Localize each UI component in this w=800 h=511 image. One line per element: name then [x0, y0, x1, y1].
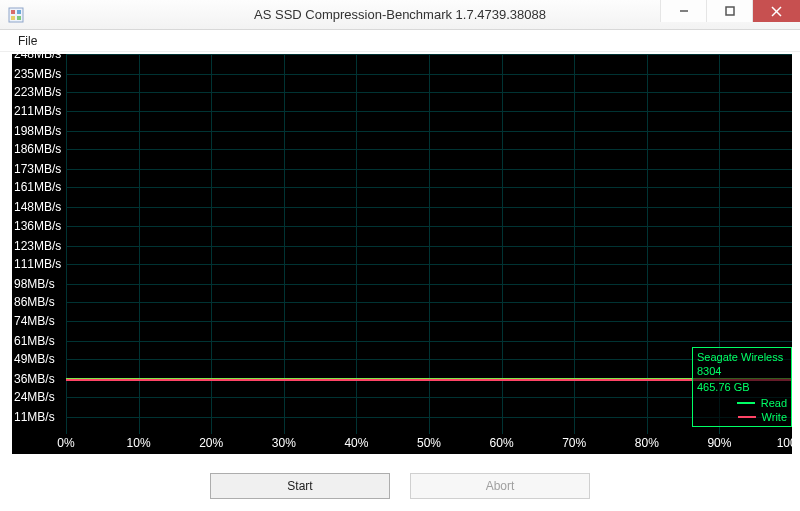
legend-read-swatch	[737, 402, 755, 404]
menubar: File	[0, 30, 800, 52]
y-tick-label: 148MB/s	[12, 201, 66, 213]
x-axis: 0%10%20%30%40%50%60%70%80%90%100%	[66, 434, 792, 454]
window-title: AS SSD Compression-Benchmark 1.7.4739.38…	[254, 7, 546, 22]
series-write	[66, 379, 792, 381]
y-tick-label: 161MB/s	[12, 181, 66, 193]
y-tick-label: 86MB/s	[12, 296, 66, 308]
x-tick-label: 40%	[344, 436, 368, 450]
x-tick-label: 0%	[57, 436, 74, 450]
svg-rect-3	[11, 16, 15, 20]
titlebar: AS SSD Compression-Benchmark 1.7.4739.38…	[0, 0, 800, 30]
abort-button: Abort	[410, 473, 590, 499]
legend: Seagate Wireless U 8304 465.76 GB Read W…	[692, 347, 792, 427]
y-tick-label: 36MB/s	[12, 373, 66, 385]
legend-read-label: Read	[761, 396, 787, 410]
legend-device-2: 8304	[697, 364, 787, 378]
y-axis: 11MB/s24MB/s36MB/s49MB/s61MB/s74MB/s86MB…	[12, 54, 66, 434]
start-button[interactable]: Start	[210, 473, 390, 499]
svg-rect-4	[17, 16, 21, 20]
y-tick-label: 186MB/s	[12, 143, 66, 155]
close-button[interactable]	[752, 0, 800, 22]
y-tick-label: 235MB/s	[12, 68, 66, 80]
y-tick-label: 136MB/s	[12, 220, 66, 232]
x-tick-label: 20%	[199, 436, 223, 450]
x-tick-label: 80%	[635, 436, 659, 450]
window-controls	[660, 0, 800, 22]
app-icon	[8, 7, 24, 23]
legend-capacity: 465.76 GB	[697, 380, 787, 394]
button-row: Start Abort	[0, 473, 800, 499]
x-tick-label: 50%	[417, 436, 441, 450]
x-tick-label: 10%	[127, 436, 151, 450]
x-tick-label: 60%	[490, 436, 514, 450]
svg-rect-1	[11, 10, 15, 14]
y-tick-label: 123MB/s	[12, 240, 66, 252]
svg-rect-6	[726, 7, 734, 15]
y-tick-label: 11MB/s	[12, 411, 66, 423]
y-tick-label: 24MB/s	[12, 391, 66, 403]
legend-read: Read	[697, 396, 787, 410]
legend-write-label: Write	[762, 410, 787, 424]
y-tick-label: 49MB/s	[12, 353, 66, 365]
x-tick-label: 30%	[272, 436, 296, 450]
y-tick-label: 61MB/s	[12, 335, 66, 347]
maximize-button[interactable]	[706, 0, 752, 22]
chart: 11MB/s24MB/s36MB/s49MB/s61MB/s74MB/s86MB…	[12, 54, 798, 454]
y-tick-label: 211MB/s	[12, 105, 66, 117]
x-tick-label: 90%	[707, 436, 731, 450]
y-tick-label: 74MB/s	[12, 315, 66, 327]
x-tick-label: 70%	[562, 436, 586, 450]
legend-write-swatch	[738, 416, 756, 418]
y-tick-label: 111MB/s	[12, 258, 66, 270]
minimize-button[interactable]	[660, 0, 706, 22]
legend-device: Seagate Wireless U	[697, 350, 787, 364]
svg-rect-2	[17, 10, 21, 14]
y-tick-label: 98MB/s	[12, 278, 66, 290]
y-tick-label: 223MB/s	[12, 86, 66, 98]
chart-plot-area: Seagate Wireless U 8304 465.76 GB Read W…	[66, 54, 792, 434]
legend-write: Write	[697, 410, 787, 424]
y-tick-label: 248MB/s	[12, 48, 66, 60]
x-tick-label: 100%	[777, 436, 800, 450]
y-tick-label: 198MB/s	[12, 125, 66, 137]
y-tick-label: 173MB/s	[12, 163, 66, 175]
